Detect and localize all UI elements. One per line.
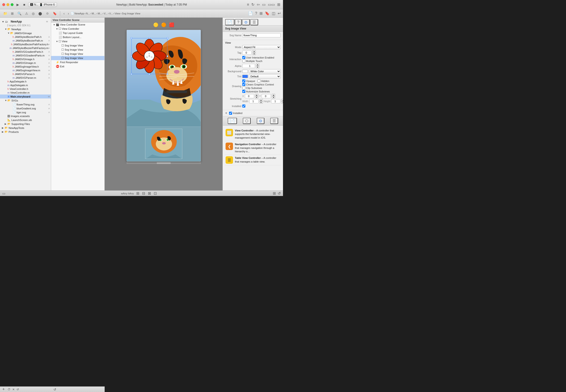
editor-assistant-icon[interactable]: ⊞ [277, 2, 281, 7]
hidden-label[interactable]: Hidden [257, 79, 269, 83]
file-item-jamsvggradientparts-m[interactable]: m JAMSVGGradientParts.m A [0, 54, 51, 57]
device-selector[interactable]: 🅰 N... 📱 iPhone 6 [28, 2, 57, 7]
bottom-refresh-icon[interactable]: ↺ [277, 191, 281, 196]
file-item-jamsvgimage-m[interactable]: m JAMSVGImage.m A [0, 61, 51, 65]
toggle-view[interactable]: ▼ [56, 40, 59, 43]
file-inspector-icon[interactable]: 📄 [248, 11, 253, 16]
grid-view-icon[interactable]: ⊞ [272, 191, 276, 196]
library-item-view-controller[interactable]: ⬜ View Controller – A controller that su… [225, 127, 281, 141]
breadcrumb-n[interactable]: N... [86, 12, 90, 15]
height-stepper[interactable]: ▲ ▼ [281, 99, 283, 104]
file-item-supporting-files[interactable]: ▶ 📂 Supporting Files [0, 122, 51, 126]
alpha-input[interactable] [242, 64, 255, 68]
maximize-button[interactable] [11, 3, 14, 6]
clears-graphics-label[interactable]: Clears Graphics Context [242, 83, 274, 86]
alpha-up[interactable]: ▲ [256, 63, 259, 66]
editor-split-icon[interactable]: ▭▭ [268, 2, 275, 7]
test-icon[interactable]: ◎ [30, 11, 36, 16]
toggle-newapp[interactable]: ▼ [5, 28, 7, 30]
scene-item-svg2[interactable]: ☐ Svg Image View [51, 48, 104, 52]
file-item-appdelegate-h[interactable]: h AppDelegate.h [0, 80, 51, 83]
file-item-jamsvgparser-h[interactable]: h JAMSVGParser.h A [0, 72, 51, 76]
toggle-vc[interactable]: ▼ [56, 28, 59, 30]
file-item-appdelegate-m[interactable]: m AppDelegate.m [0, 83, 51, 87]
grid-icon[interactable]: 🟥 [169, 22, 174, 28]
bottom-icon2[interactable]: ⊟ [142, 191, 146, 196]
library-icon[interactable]: ⊞ [259, 11, 263, 16]
stretch-x-input[interactable] [245, 94, 254, 98]
toggle-supporting[interactable]: ▶ [5, 123, 7, 125]
debug-icon[interactable]: ⬤ [37, 11, 44, 16]
menu-icon[interactable]: ≡ [247, 2, 250, 7]
h-down[interactable]: ▼ [281, 101, 283, 104]
debug-area-icon[interactable]: ↩ [277, 11, 281, 16]
file-item-launchscreen[interactable]: 📐 LaunchScreen.xib [0, 118, 51, 122]
file-item-jamstyledbezierpathfactory-h[interactable]: h JAMStyledBezierPathFactory.h A [0, 42, 51, 46]
file-item-tiger[interactable]: 📄 tiger.svg A [0, 110, 51, 114]
breadcrumb-svgview[interactable]: Svg Image View [122, 12, 140, 15]
scrollbar-thumb[interactable] [157, 162, 171, 164]
toggle-jamsvgimage[interactable]: ▼ [7, 32, 10, 34]
bookmark2-icon[interactable]: 🔖 [264, 11, 270, 16]
refresh-icon[interactable]: ↻ [251, 2, 255, 7]
lib-tab-snippets[interactable]: ☰ [270, 118, 278, 124]
handle-tl[interactable] [131, 37, 132, 39]
scene-item-svg1[interactable]: ☐ Svg Image View [51, 43, 104, 48]
toggle-products[interactable]: ▶ [2, 130, 5, 133]
warning-icon[interactable]: ⚠ [24, 11, 30, 16]
file-item-jamstyledbezierpath-m[interactable]: m JAMStyledBezierPath.m A [0, 39, 51, 42]
svg-name-input[interactable] [242, 33, 281, 37]
lib-tab-file[interactable]: 📄 [228, 118, 237, 124]
handle-bl[interactable] [131, 73, 132, 75]
file-item-jamsvgimage-h[interactable]: h JAMSVGImage.h A [0, 57, 51, 61]
mode-select[interactable]: Aspect Fit [242, 45, 281, 49]
clip-subviews-check[interactable] [242, 86, 245, 89]
stop-sign-icon[interactable]: 🟡 [153, 22, 158, 28]
handle-mr[interactable] [167, 56, 168, 57]
stretch-y-input[interactable] [262, 94, 271, 98]
library-item-nav-controller[interactable]: ❮ Navigation Controller – A controller t… [225, 141, 281, 155]
red-object-icon[interactable]: 🟠 [161, 22, 166, 28]
toggle-newapptests[interactable]: ▶ [2, 126, 5, 129]
sy-down[interactable]: ▼ [272, 96, 275, 98]
stop-button[interactable]: ■ [22, 2, 26, 7]
installed2-check[interactable] [229, 112, 232, 115]
scene-item-first-responder[interactable]: ⚡ First Responder [51, 60, 104, 64]
handle-tr[interactable] [167, 37, 168, 39]
canvas-horizontal-scrollbar[interactable] [126, 162, 201, 164]
vcs-icon[interactable]: ⊞ [10, 11, 15, 16]
opaque-check[interactable] [242, 79, 245, 83]
tint-select[interactable]: Default [249, 74, 281, 79]
file-item-images-xcassets[interactable]: 🖼 Images.xcassets [0, 114, 51, 118]
user-interaction-check[interactable] [242, 56, 245, 59]
help-icon[interactable]: ? [255, 11, 258, 16]
sy-up[interactable]: ▲ [272, 94, 275, 96]
h-up[interactable]: ▲ [281, 99, 283, 101]
scene-item-bottom-layout[interactable]: ⬜ Bottom Layout... [51, 35, 104, 39]
breakpoints-icon[interactable]: ⛭ [45, 11, 50, 16]
scene-item-top-layout[interactable]: ⬜ Top Layout Guide [51, 31, 104, 35]
background-select[interactable]: White Color [249, 69, 281, 73]
tag-input[interactable] [242, 51, 252, 55]
handle-tm[interactable] [149, 37, 150, 39]
file-item-viewcontroller-h[interactable]: h ViewController.h [0, 87, 51, 91]
breadcrumb-forward[interactable]: › [66, 11, 71, 16]
stretch-x-stepper[interactable]: ▲ ▼ [255, 94, 258, 98]
scene-item-svg3[interactable]: ☐ Svg Image View [51, 52, 104, 56]
search-icon[interactable]: 🔍 [16, 11, 23, 16]
clears-graphics-check[interactable] [242, 83, 245, 86]
breadcrumb-v1[interactable]: V... [104, 12, 107, 15]
toggle-vc-scene[interactable]: ▼ [53, 23, 56, 26]
project-expand-icon[interactable]: ▼ [2, 20, 4, 23]
sx-down[interactable]: ▼ [255, 96, 258, 98]
clip-subviews-label[interactable]: Clip Subviews [242, 86, 274, 89]
tag-down[interactable]: ▼ [253, 53, 256, 55]
breadcrumb-back[interactable]: ‹ [62, 11, 66, 16]
bottom-icon3[interactable]: ⊠ [148, 191, 151, 196]
bottom-icon1[interactable]: ⊞ [136, 191, 140, 196]
tag-up[interactable]: ▲ [253, 50, 256, 53]
installed2-label[interactable]: Installed [229, 112, 242, 115]
flower-svg-view[interactable] [131, 38, 167, 74]
stretch-y-stepper[interactable]: ▲ ▼ [272, 94, 275, 98]
editor-single-icon[interactable]: ▭ [262, 2, 266, 7]
